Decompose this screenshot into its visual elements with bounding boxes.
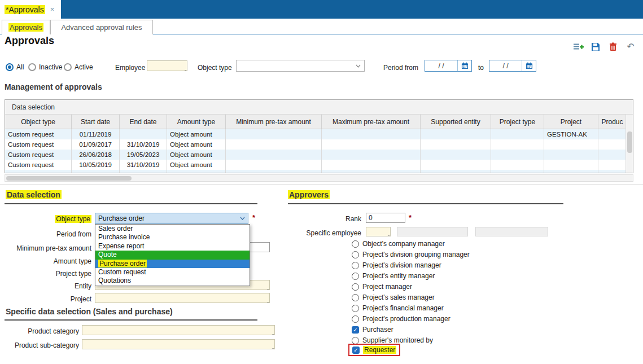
- checkbox-project-entity-manager[interactable]: Project's entity manager: [352, 271, 435, 280]
- object-type-filter-select[interactable]: [236, 60, 365, 72]
- cell-amount-type: Object amount: [167, 160, 226, 170]
- specific-employee-code-field[interactable]: [366, 227, 391, 236]
- lookup-icon[interactable]: [183, 70, 187, 71]
- lookup-icon[interactable]: [387, 235, 391, 236]
- approvals-table: Data selection Object type Start date En…: [5, 99, 633, 173]
- cell-project: [544, 170, 598, 173]
- heading-underline: [5, 203, 257, 204]
- rank-label: Rank: [271, 215, 361, 223]
- table-row[interactable]: Custom request 01/11/2019 Object amount …: [5, 129, 633, 139]
- calendar-icon[interactable]: [457, 60, 471, 71]
- radio-all[interactable]: All: [6, 62, 24, 72]
- checkbox-checked-icon: [352, 347, 360, 354]
- management-heading: Management of approvals: [5, 82, 102, 91]
- table-header-row: Object type Start date End date Amount t…: [5, 115, 633, 129]
- add-line-icon[interactable]: [572, 42, 584, 52]
- cell-end-date: 31/10/2019: [120, 170, 167, 173]
- table-row[interactable]: Custom request 10/05/2019 31/10/2019 Obj…: [5, 160, 633, 170]
- column-header-min-pretax[interactable]: Minimum pre-tax amount: [226, 115, 322, 129]
- radio-icon: [28, 63, 36, 71]
- window-titlebar: *Approvals ×: [0, 0, 643, 19]
- product-category-field[interactable]: [82, 325, 275, 335]
- column-header-project[interactable]: Project: [544, 115, 598, 129]
- checkbox-icon: [352, 315, 359, 323]
- min-pretax-label: Minimum pre-tax amount: [5, 244, 91, 252]
- object-type-select[interactable]: Purchase order: [95, 213, 248, 224]
- dropdown-option-quote[interactable]: Quote: [95, 251, 250, 259]
- employee-field[interactable]: [147, 60, 187, 71]
- project-field[interactable]: [95, 293, 270, 303]
- radio-active[interactable]: Active: [64, 62, 93, 72]
- cell-project: [544, 150, 598, 160]
- data-selection-heading: Data selection: [6, 190, 62, 199]
- delete-icon[interactable]: [607, 42, 619, 52]
- column-header-supported-entity[interactable]: Supported entity: [421, 115, 491, 129]
- product-subcategory-field[interactable]: [82, 339, 275, 349]
- cell-project-type: [491, 150, 544, 160]
- checkbox-project-financial-manager[interactable]: Project's financial manager: [352, 304, 444, 313]
- table-row-partial[interactable]: Custom request 12/03/2019 31/10/2019 Obj…: [5, 170, 633, 173]
- horizontal-scrollbar[interactable]: [5, 174, 633, 182]
- period-from-label: Period from: [5, 230, 91, 238]
- column-header-max-pretax[interactable]: Maximum pre-tax amount: [322, 115, 421, 129]
- tab-close-icon[interactable]: ×: [50, 5, 55, 14]
- page-title: Approvals: [5, 35, 54, 47]
- cell-supported-entity: [421, 150, 491, 160]
- cell-max-pretax: [322, 129, 421, 139]
- column-header-start-date[interactable]: Start date: [72, 115, 120, 129]
- cell-supported-entity: [421, 160, 491, 170]
- dropdown-option-expense-report[interactable]: Expense report: [95, 242, 250, 251]
- checkbox-label: Object's company manager: [362, 240, 445, 248]
- dropdown-option-quotations[interactable]: Quotations: [95, 277, 250, 285]
- lookup-icon[interactable]: [266, 302, 270, 303]
- calendar-icon[interactable]: [522, 60, 536, 71]
- cell-project-type: [491, 129, 544, 139]
- checkbox-project-division-manager[interactable]: Project's division manager: [352, 261, 441, 270]
- cell-product: [598, 129, 627, 139]
- table-row[interactable]: Custom request 01/09/2017 31/10/2019 Obj…: [5, 139, 633, 150]
- column-header-product[interactable]: Produc: [598, 115, 627, 129]
- checkbox-project-division-grouping-manager[interactable]: Project's division grouping manager: [352, 250, 470, 259]
- checkbox-requester[interactable]: Requester: [348, 344, 400, 356]
- table-row[interactable]: Custom request 26/06/2018 19/05/2023 Obj…: [5, 150, 633, 160]
- product-category-label: Product category: [5, 327, 79, 335]
- cell-start-date: 10/05/2019: [72, 160, 120, 170]
- object-type-dropdown-list: Sales order Purchase invoice Expense rep…: [95, 224, 250, 286]
- data-selection-heading-label: Data selection: [6, 190, 62, 199]
- scrollbar-thumb[interactable]: [6, 176, 132, 181]
- date-to-field[interactable]: / /: [489, 60, 536, 72]
- dropdown-option-custom-request[interactable]: Custom request: [95, 268, 250, 277]
- tab-advanced-approval-rules[interactable]: Advanced approval rules: [50, 20, 153, 34]
- toolbar: ↶: [572, 42, 636, 52]
- save-icon[interactable]: [590, 42, 601, 52]
- lookup-icon[interactable]: [271, 348, 275, 349]
- object-type-value: Purchase order: [98, 214, 145, 222]
- undo-icon[interactable]: ↶: [625, 42, 636, 52]
- cell-object-type: Custom request: [5, 150, 72, 160]
- checkbox-project-sales-manager[interactable]: Project's sales manager: [352, 293, 435, 302]
- column-header-end-date[interactable]: End date: [120, 115, 167, 129]
- column-header-amount-type[interactable]: Amount type: [167, 115, 226, 129]
- checkbox-project-production-manager[interactable]: Project's production manager: [352, 314, 450, 323]
- column-header-project-type[interactable]: Project type: [491, 115, 544, 129]
- window-tab-approvals[interactable]: *Approvals ×: [0, 0, 61, 19]
- lookup-icon[interactable]: [271, 334, 275, 335]
- radio-active-label: Active: [75, 63, 93, 71]
- vertical-scrollbar[interactable]: [625, 115, 633, 173]
- checkbox-purchaser[interactable]: Purchaser: [352, 325, 393, 334]
- checkbox-project-manager[interactable]: Project manager: [352, 282, 412, 291]
- rank-field[interactable]: 0: [366, 213, 405, 223]
- checkbox-label: Supplier's monitored by: [362, 336, 433, 344]
- column-header-object-type[interactable]: Object type: [5, 115, 72, 129]
- date-from-field[interactable]: / /: [425, 60, 472, 72]
- cell-start-date: 01/11/2019: [72, 129, 120, 139]
- radio-inactive[interactable]: Inactive: [28, 62, 62, 72]
- tab-approvals[interactable]: Approvals: [2, 20, 50, 34]
- scrollbar-thumb[interactable]: [627, 131, 632, 153]
- dropdown-option-purchase-order[interactable]: Purchase order: [95, 260, 250, 268]
- lookup-icon[interactable]: [266, 289, 270, 290]
- dropdown-option-purchase-invoice[interactable]: Purchase invoice: [95, 233, 250, 242]
- approvers-heading: Approvers: [288, 190, 330, 199]
- checkbox-object-company-manager[interactable]: Object's company manager: [352, 239, 445, 248]
- dropdown-option-sales-order[interactable]: Sales order: [95, 225, 250, 233]
